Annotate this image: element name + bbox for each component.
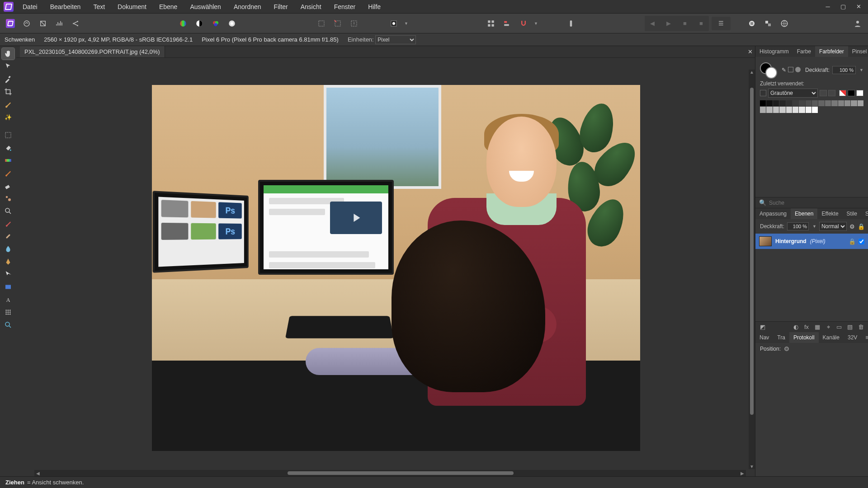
colour-swatch[interactable] [779, 107, 785, 113]
account-icon[interactable] [851, 17, 864, 30]
layer-fx-icon[interactable]: fx [803, 324, 810, 331]
persona-photo-icon[interactable] [4, 17, 17, 30]
auto-contrast-icon[interactable] [193, 17, 206, 30]
layer-lock-icon[interactable]: 🔒 [858, 223, 865, 230]
layer-mask-icon[interactable]: ◩ [759, 324, 766, 331]
colour-swatch[interactable] [779, 100, 785, 106]
vertical-scrollbar-thumb[interactable] [750, 88, 754, 415]
persona-develop-icon[interactable] [36, 17, 50, 30]
layer-delete-icon[interactable]: 🗑 [857, 324, 864, 331]
tab-stile[interactable]: Stile [843, 208, 861, 219]
persona-liquify-icon[interactable] [20, 17, 33, 30]
tab-effekte[interactable]: Effekte [817, 208, 842, 219]
colour-swatch[interactable] [799, 100, 805, 106]
colour-swatch[interactable] [760, 100, 766, 106]
auto-whitebalance-icon[interactable] [225, 17, 239, 30]
menu-ansicht[interactable]: Ansicht [294, 0, 328, 13]
panel-menu-icon[interactable]: ≡ [861, 332, 868, 343]
menu-bearbeiten[interactable]: Bearbeiten [44, 0, 87, 13]
gradient-tool[interactable] [2, 155, 14, 166]
foreground-background-colour[interactable] [760, 62, 777, 78]
tab-nav[interactable]: Nav [755, 332, 773, 343]
selection-subtract-icon[interactable]: I [347, 17, 361, 30]
horizontal-scrollbar[interactable]: ◀ ▶ [34, 470, 746, 476]
layer-mask-add-icon[interactable]: ▦ [814, 324, 821, 331]
blend-mode-select[interactable]: Normal [819, 222, 847, 231]
paint-brush-tool[interactable] [2, 167, 14, 179]
menu-filter[interactable]: Filter [268, 0, 294, 13]
menu-ebene[interactable]: Ebene [153, 0, 184, 13]
layer-opacity-input[interactable] [787, 222, 809, 230]
persona-export-icon[interactable] [69, 17, 82, 30]
picker-swatch-icon[interactable] [795, 67, 801, 72]
clone-brush-tool[interactable] [2, 192, 14, 204]
swatch-search-input[interactable] [769, 200, 864, 206]
colour-swatch[interactable] [793, 107, 798, 113]
layer-live-filter-icon[interactable]: ⌖ [825, 324, 832, 331]
snap-icon[interactable] [517, 17, 530, 30]
smudge-tool[interactable] [2, 243, 14, 255]
flood-select-tool[interactable]: ✨ [2, 111, 14, 123]
inpaint-tool[interactable] [2, 218, 14, 230]
window-close-button[interactable]: ✕ [851, 0, 866, 14]
colour-swatch[interactable] [773, 100, 779, 106]
colour-swatch[interactable] [786, 107, 792, 113]
healing-tool[interactable] [2, 230, 14, 242]
info-icon[interactable] [564, 17, 578, 30]
menu-datei[interactable]: Datei [16, 0, 44, 13]
colour-swatch[interactable] [858, 100, 863, 106]
menu-hilfe[interactable]: Hilfe [362, 0, 387, 13]
tab-farbfelder[interactable]: Farbfelder [815, 46, 848, 57]
menu-fenster[interactable]: Fenster [328, 0, 362, 13]
move-tool[interactable] [2, 61, 14, 72]
text-tool[interactable]: A [2, 294, 14, 305]
zoom-tool[interactable] [2, 319, 14, 331]
swatch-none-icon[interactable] [839, 90, 846, 96]
pen-tool[interactable] [2, 256, 14, 267]
colour-swatch[interactable] [793, 100, 798, 106]
layer-add-icon[interactable]: ▧ [846, 324, 854, 331]
selection-brush-tool[interactable] [2, 99, 14, 110]
mesh-warp-tool[interactable] [2, 306, 14, 318]
tab-farbe[interactable]: Farbe [793, 46, 815, 57]
tab-pinsel[interactable]: Pinsel [848, 46, 868, 57]
colour-swatch[interactable] [818, 100, 824, 106]
swatch-view-list-icon[interactable] [828, 90, 835, 96]
opacity-input[interactable] [832, 66, 856, 74]
menu-text[interactable]: Text [87, 0, 111, 13]
align-icon[interactable] [500, 17, 514, 30]
colour-swatch[interactable] [838, 100, 844, 106]
picker-eyedropper-icon[interactable]: ✎ [782, 67, 786, 73]
palette-select[interactable]: Grautöne [768, 89, 818, 98]
picker-none-icon[interactable] [788, 67, 793, 72]
colour-swatch[interactable] [766, 107, 772, 113]
menu-anordnen[interactable]: Anordnen [227, 0, 268, 13]
protocol-position-slider[interactable] [784, 347, 789, 351]
menu-auswaehlen[interactable]: Auswählen [184, 0, 227, 13]
window-minimize-button[interactable]: ─ [820, 0, 835, 14]
tab-stock[interactable]: Stock [861, 208, 868, 219]
layer-visible-checkbox[interactable] [859, 238, 864, 245]
colour-swatch[interactable] [825, 100, 831, 106]
units-select[interactable]: Pixel [375, 35, 416, 44]
persona-tone-icon[interactable] [52, 17, 66, 30]
swatch-white-icon[interactable] [856, 90, 863, 96]
colour-swatch[interactable] [773, 107, 779, 113]
menu-dokument[interactable]: Dokument [111, 0, 153, 13]
document-tab[interactable]: PXL_20230105_140800269.PORTRAIT.jpg (42,… [20, 46, 165, 57]
tab-32v[interactable]: 32V [844, 332, 861, 343]
tab-anpassung[interactable]: Anpassung [755, 208, 791, 219]
colour-swatch[interactable] [812, 107, 818, 113]
selection-new-icon[interactable] [315, 17, 328, 30]
flood-fill-tool[interactable] [2, 142, 14, 154]
colour-swatch[interactable] [799, 107, 805, 113]
canvas[interactable]: Ps Ps [16, 58, 755, 476]
colour-swatch[interactable] [766, 100, 772, 106]
layer-item-hintergrund[interactable]: Hintergrund (Pixel) 🔒 [755, 234, 868, 249]
layer-settings-icon[interactable]: ⚙ [849, 223, 855, 230]
colour-picker-tool[interactable] [2, 73, 14, 85]
view-hand-tool[interactable] [2, 48, 14, 60]
swatch-view-grid-icon[interactable] [820, 90, 827, 96]
erase-brush-tool[interactable] [2, 180, 14, 192]
colour-swatch[interactable] [760, 107, 766, 113]
